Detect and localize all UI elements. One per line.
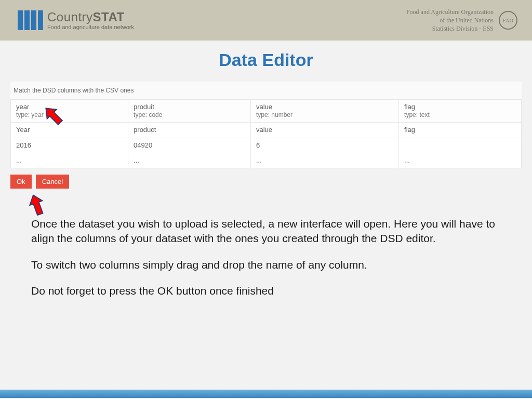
header-right: Food and Agriculture Organization of the… (406, 8, 517, 33)
paragraph-3: Do not forget to press the OK button onc… (31, 284, 501, 298)
csv-col-product[interactable]: product (128, 123, 251, 138)
fao-seal-icon: FAO (499, 11, 517, 30)
dsd-col-produit[interactable]: produit type: code (128, 100, 251, 123)
cancel-button[interactable]: Cancel (36, 175, 69, 189)
svg-marker-1 (27, 193, 47, 217)
brand-tagline: Food and agriculture data network (47, 24, 134, 30)
dsd-col-year[interactable]: year type: year (11, 100, 128, 123)
table-row: 2016 04920 6 (11, 138, 522, 153)
ok-button[interactable]: Ok (10, 175, 32, 189)
footer-stripe (0, 390, 532, 398)
paragraph-1: Once the dataset you wish to upload is s… (31, 217, 501, 246)
csv-col-flag[interactable]: flag (399, 123, 522, 138)
brand-bold: STAT (93, 10, 125, 24)
page-title: Data Editor (0, 50, 532, 70)
fao-text: Food and Agriculture Organization of the… (406, 8, 494, 33)
logo-block: CountrySTAT Food and agriculture data ne… (18, 10, 134, 30)
csv-header-row: Year product value flag (11, 123, 522, 138)
header-bar: CountrySTAT Food and agriculture data ne… (0, 0, 532, 41)
matcher-card: Match the DSD columns with the CSV ones … (10, 82, 522, 168)
logo-text: CountrySTAT Food and agriculture data ne… (47, 11, 134, 30)
dsd-col-flag[interactable]: flag type: text (399, 100, 522, 123)
body-copy: Once the dataset you wish to upload is s… (31, 217, 501, 298)
fao-line2: of the United Nations (406, 16, 494, 24)
fao-line1: Food and Agriculture Organization (406, 8, 494, 16)
paragraph-2: To switch two columns simply drag and dr… (31, 258, 501, 272)
logo-bars-icon (18, 10, 43, 30)
table-row: ... ... ... ... (11, 153, 522, 168)
dsd-row: year type: year produit type: code value… (11, 100, 522, 123)
dsd-col-value[interactable]: value type: number (250, 100, 398, 123)
button-row: Ok Cancel (10, 175, 522, 189)
fao-line3: Statistics Division - ESS (406, 24, 494, 33)
matcher-instruction: Match the DSD columns with the CSV ones (10, 82, 522, 99)
arrow-to-ok-icon (25, 193, 49, 217)
csv-col-value[interactable]: value (250, 123, 398, 138)
brand-main: Country (47, 10, 93, 24)
matcher-table: year type: year produit type: code value… (10, 99, 522, 168)
csv-col-year[interactable]: Year (11, 123, 128, 138)
